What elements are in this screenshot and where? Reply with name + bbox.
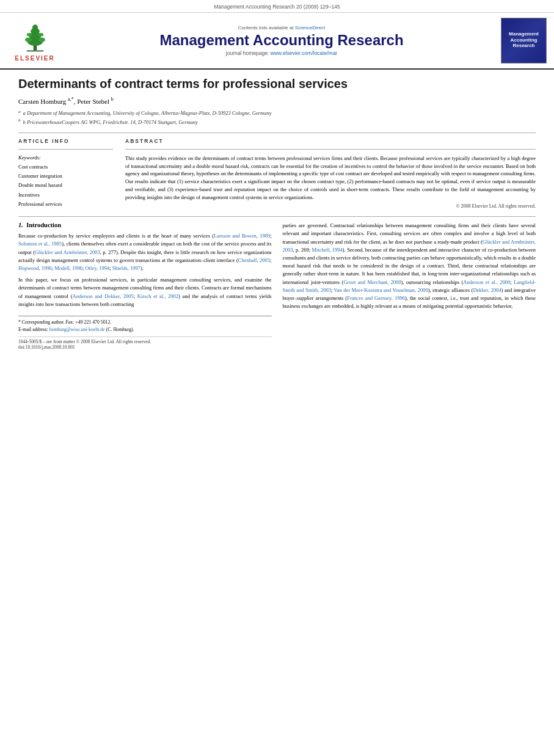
affil-a-text: a Department of Management Accounting, U… <box>23 109 272 117</box>
copyright-line: © 2008 Elsevier Ltd. All rights reserved… <box>125 203 536 209</box>
svg-point-9 <box>38 33 43 37</box>
authors-line: Carsten Homburg a,*, Peter Stebel b <box>18 96 536 105</box>
keyword-5: Professional services <box>18 200 113 209</box>
journal-title-area: Contents lists available at ScienceDirec… <box>62 25 501 57</box>
affiliations: a a Department of Management Accounting,… <box>18 109 536 126</box>
ref-otley[interactable]: Otley, 1994 <box>86 265 110 271</box>
ref-larsson[interactable]: Larsson and Bowen, 1989 <box>214 233 270 239</box>
doi-line: doi:10.1016/j.mar.2008.10.001 <box>18 344 272 350</box>
article-content: Determinants of contract terms for profe… <box>0 70 554 360</box>
ref-anderson-2000[interactable]: Anderson et al., 2000 <box>463 279 510 285</box>
homepage-link[interactable]: www.elsevier.com/locate/mar <box>271 50 338 56</box>
sciencedirect-link[interactable]: ScienceDirect <box>295 25 325 31</box>
intro-paragraph-2: In this paper, we focus on professional … <box>18 276 272 308</box>
divider-2 <box>18 216 536 217</box>
elsevier-logo: ELSEVIER <box>15 20 54 62</box>
affiliation-a: a a Department of Management Accounting,… <box>18 109 536 118</box>
keyword-4: Incentives <box>18 191 113 200</box>
article-info-panel: ARTICLE INFO Keywords: Cost contracts Cu… <box>18 138 113 209</box>
info-divider <box>18 149 113 150</box>
publisher-logo: ELSEVIER <box>7 20 62 62</box>
ref-modell[interactable]: Modell, 1996 <box>54 265 82 271</box>
ref-dekker[interactable]: Dekker, 2004 <box>473 287 501 293</box>
page-wrapper: Management Accounting Research 20 (2009)… <box>0 0 554 756</box>
svg-point-8 <box>26 33 32 37</box>
affil-b-sup: b <box>18 117 21 126</box>
affil-a-sup: a <box>18 109 21 118</box>
right-column: parties are governed. Contractual relati… <box>283 222 536 350</box>
issn-line: 1044-5005/$ – see front matter © 2008 El… <box>18 339 272 344</box>
ref-shields[interactable]: Shields, 1997 <box>112 265 140 271</box>
keyword-3: Double moral hazard <box>18 181 113 190</box>
intro-heading: 1. Introduction <box>18 222 272 228</box>
right-paragraph-1: parties are governed. Contractual relati… <box>283 222 536 310</box>
info-abstract-row: ARTICLE INFO Keywords: Cost contracts Cu… <box>18 138 536 209</box>
ref-gluckler1[interactable]: Glückler and Armbrüster, 2003 <box>35 249 100 255</box>
section-title: Introduction <box>26 222 61 228</box>
keyword-1: Cost contracts <box>18 162 113 172</box>
keywords-label: Keywords: <box>18 154 113 161</box>
cover-title: ManagementAccountingResearch <box>509 31 539 49</box>
footnotes: * Corresponding author. Fax: +49 221 470… <box>18 316 272 333</box>
ref-kirsch[interactable]: Kirsch et al., 2002 <box>137 293 178 299</box>
ref-anderson-dekker[interactable]: Anderson and Dekker, 2005 <box>73 293 134 299</box>
divider-1 <box>18 133 536 133</box>
ref-frances[interactable]: Frances and Garnsey, 1996 <box>347 295 405 301</box>
affil-b-text: b PricewaterhouseCoopers AG WPG, Friedri… <box>23 118 198 126</box>
svg-point-7 <box>38 37 45 42</box>
svg-point-6 <box>25 37 32 42</box>
footnote-email: E-mail address: homburg@wiso.uni-koeln.d… <box>18 326 272 333</box>
journal-homepage: journal homepage: www.elsevier.com/locat… <box>62 50 501 56</box>
ref-groot[interactable]: Groot and Merchant, 2000 <box>343 279 401 285</box>
footnote-corresponding: * Corresponding author. Fax: +49 221 470… <box>18 319 272 326</box>
elsevier-label: ELSEVIER <box>15 55 54 62</box>
ref-mitchell[interactable]: Mitchell, 1994 <box>312 247 342 253</box>
journal-banner: ELSEVIER Contents lists available at Sci… <box>0 13 554 70</box>
svg-point-5 <box>32 24 37 30</box>
left-column: 1. Introduction Because co-production by… <box>18 222 272 350</box>
elsevier-tree-icon <box>18 20 52 54</box>
abstract-divider <box>125 149 536 150</box>
keywords-list: Cost contracts Customer integration Doub… <box>18 162 113 209</box>
journal-citation: Management Accounting Research 20 (2009)… <box>0 0 554 13</box>
article-info-header: ARTICLE INFO <box>18 138 113 144</box>
journal-title: Management Accounting Research <box>62 32 501 49</box>
affiliation-b: b b PricewaterhouseCoopers AG WPG, Fried… <box>18 117 536 126</box>
abstract-text: This study provides evidence on the dete… <box>125 154 536 202</box>
svg-rect-1 <box>26 50 43 51</box>
email-link[interactable]: homburg@wiso.uni-koeln.de <box>49 327 105 332</box>
bottom-footer: 1044-5005/$ – see front matter © 2008 El… <box>18 336 272 350</box>
ref-solomon[interactable]: Solomon et al., 1985 <box>18 241 62 247</box>
body-columns: 1. Introduction Because co-production by… <box>18 222 536 350</box>
keyword-2: Customer integration <box>18 172 113 181</box>
ref-hopwood[interactable]: Hopwood, 1996 <box>18 265 52 271</box>
ref-vandermeer[interactable]: Van der Meer-Kooistra and Vosselman, 200… <box>334 287 428 293</box>
abstract-panel: ABSTRACT This study provides evidence on… <box>125 138 536 209</box>
sciencedirect-line: Contents lists available at ScienceDirec… <box>62 25 501 31</box>
citation-text: Management Accounting Research 20 (2009)… <box>214 4 340 10</box>
article-title: Determinants of contract terms for profe… <box>18 76 536 92</box>
intro-paragraph-1: Because co-production by service employe… <box>18 232 272 272</box>
abstract-header: ABSTRACT <box>125 138 536 144</box>
ref-chenhall[interactable]: Chenhall, 2003 <box>238 257 270 263</box>
journal-cover-thumbnail: ManagementAccountingResearch <box>501 18 547 64</box>
section-number: 1. <box>18 222 23 228</box>
